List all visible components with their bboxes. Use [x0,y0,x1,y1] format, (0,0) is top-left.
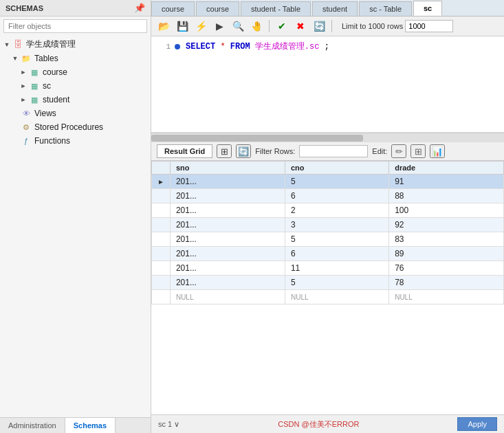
tab-schemas[interactable]: Schemas [65,418,116,433]
data-table: sno cno drade ►201...591201...688201...2… [151,161,504,414]
toggle-button[interactable]: 🔄 [311,19,327,34]
col-drade: drade [389,162,504,175]
cell-sno: 201... [170,175,285,189]
horizontal-scrollbar[interactable] [151,133,504,142]
result-table: sno cno drade ►201...591201...688201...2… [151,161,504,304]
db-expand-arrow: ▼ [3,41,11,49]
cell-sno: 201... [170,232,285,247]
tab-course-table[interactable]: course [196,1,239,16]
tree-item-tables[interactable]: ▼ 📁 Tables [0,52,151,65]
tab-course-query[interactable]: course [151,1,195,16]
result-refresh-icon[interactable]: 🔄 [236,144,251,158]
tab-administration[interactable]: Administration [0,418,65,433]
table-row[interactable]: NULLNULLNULL [152,290,504,304]
save-button[interactable]: 💾 [174,19,190,34]
functions-icon: ƒ [21,135,32,146]
toolbar-sep-2 [331,20,332,32]
execute-button[interactable]: ⚡ [193,19,209,34]
tree-item-course[interactable]: ► ▦ course [0,65,151,79]
table-row[interactable]: 201...688 [152,189,504,203]
filter-objects-input[interactable] [3,19,147,33]
table-row[interactable]: 201...392 [152,218,504,232]
cell-drade: 78 [389,276,504,290]
row-arrow [152,189,171,203]
sql-content-1: SELECT * FROM 学生成绩管理.sc ; [186,41,329,52]
cell-drade: NULL [389,290,504,304]
sql-toolbar: 📂 💾 ⚡ ▶ 🔍 🤚 ✔ ✖ 🔄 Limit to 1000 rows [151,16,504,36]
row-arrow [152,247,171,261]
tables-label: Tables [34,54,58,63]
cell-cno: NULL [285,290,388,304]
cell-cno: 11 [285,261,388,276]
cell-cno: 6 [285,247,388,261]
cell-drade: 91 [389,175,504,189]
execute-current-button[interactable]: ▶ [211,19,228,34]
tab-sc-table[interactable]: sc - Table [359,1,412,16]
cell-cno: 5 [285,232,388,247]
table-row[interactable]: 201...578 [152,276,504,290]
filter-rows-input[interactable] [299,145,368,157]
result-toolbar: Result Grid ⊞ 🔄 Filter Rows: Edit: ✏ ⊞ 📊 [151,142,504,161]
filter-rows-label: Filter Rows: [255,147,295,155]
row-indicator-header [152,162,171,175]
sc-label: sc [43,81,51,91]
sc-expand-arrow: ► [19,82,28,90]
table-row[interactable]: ►201...591 [152,175,504,189]
views-expand-arrow [11,109,19,118]
cell-cno: 3 [285,218,388,232]
tree-item-functions[interactable]: ƒ Functions [0,134,151,148]
tree-item-student[interactable]: ► ▦ student [0,93,151,107]
tab-student-table[interactable]: student - Table [241,1,311,16]
stored-procedures-label: Stored Procedures [34,122,103,132]
sc-table-icon: ▦ [29,80,40,91]
row-arrow [152,203,171,218]
sidebar: SCHEMAS 📌 ▼ 🗄 学生成绩管理 ▼ 📁 Tables ► ▦ cour… [0,0,151,433]
cell-cno: 5 [285,175,388,189]
rollback-button[interactable]: ✖ [292,19,309,34]
edit-pencil-icon[interactable]: ✏ [391,144,406,158]
tree-item-db[interactable]: ▼ 🗄 学生成绩管理 [0,37,151,52]
limit-input[interactable] [405,20,453,32]
result-grid-icon[interactable]: ⊞ [217,144,232,158]
tab-student[interactable]: student [312,1,358,16]
cell-drade: 83 [389,232,504,247]
cell-sno: 201... [170,276,285,290]
student-expand-arrow: ► [19,96,28,104]
commit-button[interactable]: ✔ [274,19,290,34]
stop-button[interactable]: 🤚 [248,19,265,34]
col-sno: sno [170,162,285,175]
table-row[interactable]: 201...689 [152,247,504,261]
line-number-1: 1 [157,43,171,51]
cell-drade: 89 [389,247,504,261]
apply-button[interactable]: Apply [457,417,497,431]
row-arrow [152,290,171,304]
sidebar-tabs: Administration Schemas [0,417,151,433]
result-panel: Result Grid ⊞ 🔄 Filter Rows: Edit: ✏ ⊞ 📊… [151,142,504,433]
cell-sno: 201... [170,261,285,276]
result-grid-tab[interactable]: Result Grid [157,144,212,158]
cell-sno: 201... [170,189,285,203]
sql-editor[interactable]: 1 SELECT * FROM 学生成绩管理.sc ; [151,36,504,133]
edit-table-icon[interactable]: ⊞ [410,144,426,158]
table-row[interactable]: 201...1176 [152,261,504,276]
hscroll-thumb[interactable] [151,135,363,142]
tree-item-sc[interactable]: ► ▦ sc [0,79,151,93]
tree-item-views[interactable]: 👁 Views [0,107,151,120]
cell-sno: 201... [170,203,285,218]
open-file-button[interactable]: 📂 [155,19,172,34]
edit-export-icon[interactable]: 📊 [430,144,445,158]
cell-cno: 6 [285,189,388,203]
func-expand-arrow [11,137,19,145]
row-arrow [152,261,171,276]
tab-sc[interactable]: sc [413,1,442,16]
table-row[interactable]: 201...2100 [152,203,504,218]
sidebar-pin-icon[interactable]: 📌 [134,3,145,13]
tree-item-stored-procedures[interactable]: ⚙ Stored Procedures [0,120,151,134]
cell-sno: 201... [170,218,285,232]
explain-button[interactable]: 🔍 [230,19,246,34]
stored-procedures-icon: ⚙ [21,122,32,133]
table-row[interactable]: 201...583 [152,232,504,247]
bottom-info: sc 1 ∨ [158,420,179,429]
row-arrow [152,218,171,232]
cell-drade: 88 [389,189,504,203]
